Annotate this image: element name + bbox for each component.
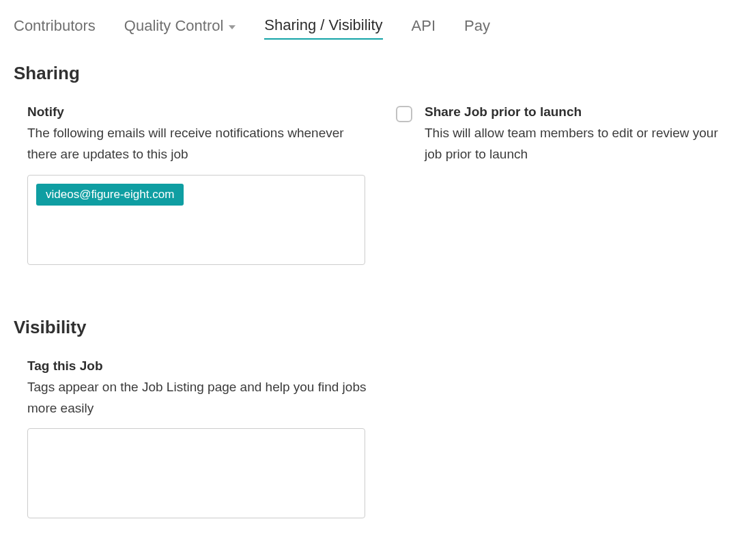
- sharing-row: Notify The following emails will receive…: [14, 104, 741, 265]
- tag-block: Tag this Job Tags appear on the Job List…: [14, 359, 369, 519]
- tab-pay[interactable]: Pay: [464, 17, 490, 39]
- share-prior-block: Share Job prior to launch This will allo…: [396, 104, 741, 265]
- tab-quality-control-label: Quality Control: [124, 17, 224, 35]
- tag-title: Tag this Job: [27, 359, 369, 374]
- tab-sharing-visibility[interactable]: Sharing / Visibility: [264, 16, 382, 40]
- tab-contributors[interactable]: Contributors: [14, 17, 96, 39]
- tag-desc: Tags appear on the Job Listing page and …: [27, 376, 369, 419]
- tag-input[interactable]: [27, 428, 365, 518]
- share-prior-title: Share Job prior to launch: [425, 104, 721, 120]
- tab-quality-control[interactable]: Quality Control: [124, 17, 236, 39]
- notify-desc: The following emails will receive notifi…: [27, 122, 369, 165]
- notify-title: Notify: [27, 104, 369, 120]
- email-chip[interactable]: videos@figure-eight.com: [36, 184, 184, 206]
- visibility-heading: Visibility: [14, 317, 741, 338]
- tab-api[interactable]: API: [412, 17, 436, 39]
- notify-emails-input[interactable]: videos@figure-eight.com: [27, 175, 365, 265]
- tab-bar: Contributors Quality Control Sharing / V…: [0, 0, 755, 40]
- sharing-heading: Sharing: [14, 63, 741, 84]
- caret-down-icon: [229, 25, 236, 29]
- notify-block: Notify The following emails will receive…: [14, 104, 369, 265]
- share-prior-checkbox[interactable]: [396, 106, 412, 122]
- share-prior-desc: This will allow team members to edit or …: [425, 122, 721, 165]
- page-content: Sharing Notify The following emails will…: [0, 40, 755, 532]
